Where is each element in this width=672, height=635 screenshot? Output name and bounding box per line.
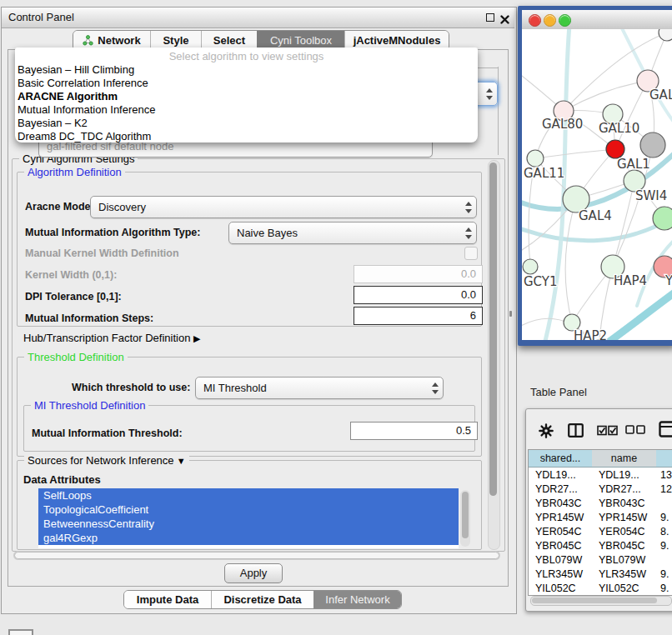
mi-threshold-title: MI Threshold Definition: [31, 399, 148, 412]
column-header-shared[interactable]: shared...: [529, 450, 593, 468]
network-window-titlebar[interactable]: [522, 10, 672, 30]
dpi-tolerance-field[interactable]: 0.0: [354, 286, 483, 304]
deselect-all-icon[interactable]: [625, 425, 646, 434]
network-node-gal1[interactable]: [606, 140, 624, 158]
screen: Control Panel NetworkStyleSelectCyni Too…: [0, 0, 672, 635]
tab-label: Cyni Toolbox: [270, 34, 332, 47]
close-icon[interactable]: [500, 12, 509, 22]
table-row[interactable]: YPR145WYPR145W9.: [529, 511, 672, 525]
cyni-bottom-tabs: Impute DataDiscretize DataInfer Network: [123, 590, 402, 609]
table-panel-title: Table Panel: [530, 386, 587, 398]
settings-hscrollbar-thumb[interactable]: [14, 552, 499, 559]
kernel-width-field[interactable]: 0.0: [354, 265, 483, 283]
network-node-label: HAP2: [574, 328, 607, 340]
network-node[interactable]: [653, 207, 672, 230]
sources-title-wrap[interactable]: Sources for Network Inference ▼: [24, 454, 189, 467]
table-row[interactable]: YER054CYER054C8.: [529, 525, 672, 539]
manual-kernel-checkbox[interactable]: [464, 247, 478, 260]
network-icon: [83, 35, 93, 46]
expand-right-icon: ▶: [193, 333, 200, 343]
hidden-frame-border-top: [478, 68, 498, 68]
column-header-name[interactable]: name: [592, 450, 657, 468]
mi-steps-field[interactable]: 6: [354, 307, 483, 325]
mi-type-combo[interactable]: Naive Bayes: [228, 222, 477, 244]
table-cell: 8.: [660, 525, 672, 539]
bottom-tab-impute-data[interactable]: Impute Data: [124, 591, 211, 608]
dropdown-item-mutual-information-inference[interactable]: Mutual Information Inference: [18, 103, 468, 117]
dropdown-item-bayesian-k2[interactable]: Bayesian – K2: [18, 117, 468, 130]
network-node-label: GAL: [649, 88, 672, 102]
network-node[interactable]: [640, 132, 665, 158]
network-node-label: GAL4: [579, 208, 612, 223]
minimized-panel-icon[interactable]: [8, 629, 33, 635]
dpi-tolerance-label: DPI Tolerance [0,1]:: [25, 291, 122, 302]
split-view-icon[interactable]: [568, 423, 584, 438]
kernel-width-label: Kernel Width (0,1):: [25, 269, 117, 281]
network-edge[interactable]: [544, 29, 569, 340]
table-row[interactable]: YBR045CYBR045C9.: [529, 539, 672, 553]
table-cell: YBR043C: [535, 497, 592, 511]
network-node[interactable]: [659, 29, 672, 41]
dropdown-item-bayesian-hill-climbing[interactable]: Bayesian – Hill Climbing: [18, 63, 468, 77]
table-cell: 9.: [660, 568, 672, 582]
algorithm-dropdown-placeholder: Select algorithm to view settings: [15, 50, 478, 62]
network-node-label: GAL10: [599, 121, 639, 136]
attribute-item-betweennesscentrality[interactable]: BetweennessCentrality: [38, 517, 459, 531]
table-cell: YIL052C: [599, 582, 656, 593]
table-cell: YBR045C: [599, 539, 656, 553]
attribute-item-gal4rgexp[interactable]: gal4RGexp: [38, 531, 459, 545]
mi-threshold-field[interactable]: 0.5: [350, 422, 478, 440]
which-threshold-combo[interactable]: MI Threshold: [195, 377, 444, 399]
new-table-icon[interactable]: [659, 421, 672, 438]
mi-threshold-label: Mutual Information Threshold:: [32, 428, 183, 439]
table-row[interactable]: YBR043CYBR043C: [529, 497, 672, 511]
table-cell: YER054C: [535, 525, 592, 539]
table-cell: YDL19...: [599, 468, 656, 482]
tab-label: Style: [163, 34, 188, 47]
panel-divider-grip[interactable]: [509, 311, 512, 317]
manual-kernel-label: Manual Kernel Width Definition: [25, 248, 179, 259]
tab-label: Network: [98, 34, 140, 47]
table-row[interactable]: YLR345WYLR345W9.: [529, 568, 672, 582]
gear-icon[interactable]: [539, 423, 554, 438]
dropdown-item-dream8-dc-tdc-algorithm[interactable]: Dream8 DC_TDC Algorithm: [18, 130, 468, 143]
network-canvas[interactable]: GALGAL80GAL10GAL1GAL11SWI4GAL4GCY1HAP4YH…: [522, 29, 672, 340]
network-node-gcy1[interactable]: [523, 259, 538, 274]
table-cell: YER054C: [599, 525, 656, 539]
table-row[interactable]: YBL079WYBL079W: [529, 553, 672, 568]
table-cell: YDL19...: [535, 468, 592, 482]
network-node-label: Y: [664, 273, 672, 288]
network-edge[interactable]: [535, 149, 615, 158]
close-button[interactable]: [529, 14, 541, 27]
float-icon[interactable]: [486, 13, 494, 22]
mi-type-label: Mutual Information Algorithm Type:: [25, 227, 200, 238]
table-cell: YDR27...: [599, 482, 656, 497]
table-row[interactable]: YDR27...YDR27...12: [529, 482, 672, 497]
network-canvas-svg: GALGAL80GAL10GAL1GAL11SWI4GAL4GCY1HAP4YH…: [522, 29, 672, 340]
bottom-tab-infer-network[interactable]: Infer Network: [313, 591, 401, 608]
dropdown-item-aracne-algorithm[interactable]: ARACNE Algorithm: [18, 90, 468, 103]
table-cell: YBR045C: [535, 539, 592, 553]
settings-scrollbar-thumb[interactable]: [489, 162, 497, 496]
apply-button[interactable]: Apply: [224, 563, 283, 583]
table-row[interactable]: YIL052CYIL052C9.: [529, 582, 672, 593]
network-edge[interactable]: [565, 199, 576, 322]
attributes-scrollbar-thumb[interactable]: [462, 492, 469, 538]
network-node-gal11[interactable]: [527, 150, 544, 167]
zoom-button[interactable]: [559, 14, 571, 27]
tab-label: Select: [213, 34, 245, 47]
network-node-label: GAL1: [617, 157, 650, 172]
minimize-button[interactable]: [544, 14, 556, 27]
aracne-mode-value: Discovery: [91, 201, 461, 213]
attribute-item-topologicalcoefficient[interactable]: TopologicalCoefficient: [38, 502, 459, 517]
select-all-icon[interactable]: [597, 425, 618, 436]
attribute-item-selfloops[interactable]: SelfLoops: [38, 488, 459, 502]
table-row[interactable]: YDL19...YDL19...13: [529, 468, 672, 482]
table-hscrollbar-thumb[interactable]: [532, 598, 657, 603]
aracne-mode-combo[interactable]: Discovery: [90, 196, 477, 218]
hub-section-toggle[interactable]: Hub/Transcription Factor Definition ▶: [23, 332, 200, 344]
table-cell: YPR145W: [599, 511, 656, 525]
dropdown-item-basic-correlation-inference[interactable]: Basic Correlation Inference: [18, 77, 468, 90]
bottom-tab-discretize-data[interactable]: Discretize Data: [211, 591, 313, 608]
column-header-a[interactable]: A: [656, 450, 672, 468]
